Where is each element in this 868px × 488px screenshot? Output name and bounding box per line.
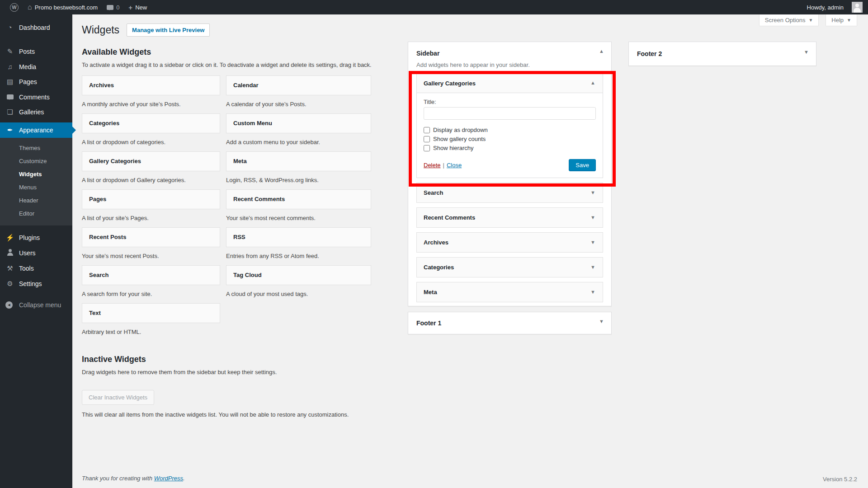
sidebar-item-tools[interactable]: ⚒ Tools [0, 261, 72, 276]
expand-widget-icon[interactable]: ▼ [590, 190, 595, 195]
submenu-item-header[interactable]: Header [0, 194, 72, 207]
site-name-label: Promo bestwebsoft.com [35, 4, 98, 11]
sidebar-item-media[interactable]: ♫ Media [0, 59, 72, 74]
new-content-menu[interactable]: + New [124, 0, 151, 14]
submenu-item-editor[interactable]: Editor [0, 207, 72, 220]
submenu-item-customize[interactable]: Customize [0, 155, 72, 168]
expand-widget-icon[interactable]: ▼ [590, 289, 595, 295]
submenu-item-menus[interactable]: Menus [0, 181, 72, 194]
comments-count: 0 [116, 4, 119, 11]
screen-options-button[interactable]: Screen Options ▼ [759, 14, 819, 26]
widget-card-calendar[interactable]: Calendar [226, 75, 371, 95]
expand-widget-icon[interactable]: ▼ [590, 239, 595, 245]
sidebar-panel-description: Add widgets here to appear in your sideb… [416, 61, 603, 69]
submenu-item-widgets[interactable]: Widgets [0, 168, 72, 181]
submenu-item-themes[interactable]: Themes [0, 141, 72, 155]
sidebar-widget-archives[interactable]: Archives ▼ [416, 232, 603, 253]
sidebar-widget-search[interactable]: Search ▼ [416, 183, 603, 203]
save-button[interactable]: Save [569, 159, 596, 171]
widget-card-tag-cloud[interactable]: Tag Cloud [226, 265, 371, 285]
sidebar-widget-recent-comments[interactable]: Recent Comments ▼ [416, 207, 603, 228]
sidebar-item-comments[interactable]: Comments [0, 89, 72, 104]
sidebar-item-galleries[interactable]: ❏ Galleries [0, 104, 72, 120]
sidebar-item-plugins[interactable]: ⚡ Plugins [0, 230, 72, 245]
display-as-dropdown-row[interactable]: Display as dropdown [424, 126, 596, 135]
widget-card-recent-comments[interactable]: Recent Comments [226, 189, 371, 209]
expand-widget-icon[interactable]: ▼ [590, 215, 595, 220]
footer2-panel-title: Footer 2 [637, 50, 662, 57]
help-button[interactable]: Help ▼ [826, 14, 857, 26]
sidebar-item-pages[interactable]: ▤ Pages [0, 74, 72, 89]
sidebar-item-appearance[interactable]: ✒ Appearance [0, 122, 72, 138]
plus-icon: + [128, 4, 132, 11]
inactive-widgets-title: Inactive Widgets [82, 355, 378, 364]
wordpress-logo-menu[interactable]: W [5, 0, 23, 14]
plug-icon: ⚡ [5, 234, 14, 242]
footer-thanks: Thank you for creating with WordPress. [82, 475, 185, 482]
display-as-dropdown-checkbox[interactable] [424, 127, 430, 133]
pin-icon: ✎ [5, 47, 14, 56]
expand-panel-icon[interactable]: ▼ [599, 319, 604, 324]
widget-card-archives[interactable]: Archives [82, 75, 220, 95]
howdy-account-menu[interactable]: Howdy, admin [802, 0, 848, 14]
widget-card-search[interactable]: Search [82, 265, 220, 285]
admin-side-menu: ◔ Dashboard ✎ Posts ♫ Media ▤ Pages Comm… [0, 14, 72, 488]
manage-live-preview-button[interactable]: Manage with Live Preview [127, 23, 210, 37]
inactive-widgets-description: Drag widgets here to remove them from th… [82, 368, 378, 377]
wordpress-link[interactable]: WordPress [154, 475, 183, 482]
dashboard-icon: ◔ [5, 23, 14, 31]
widget-card-categories[interactable]: Categories [82, 113, 220, 133]
chevron-down-icon: ▼ [808, 18, 813, 23]
comments-shortcut[interactable]: 0 [102, 0, 124, 14]
comments-icon [5, 93, 14, 101]
new-label: New [135, 4, 147, 11]
settings-icon: ⚙ [5, 280, 14, 288]
site-name-link[interactable]: ⌂ Promo bestwebsoft.com [23, 0, 102, 14]
gallery-categories-widget-header[interactable]: Gallery Categories ▲ [417, 74, 603, 93]
show-hierarchy-row[interactable]: Show hierarchy [424, 144, 596, 153]
show-hierarchy-checkbox[interactable] [424, 145, 430, 151]
expand-widget-icon[interactable]: ▼ [590, 264, 595, 270]
sidebar-widget-meta[interactable]: Meta ▼ [416, 282, 603, 302]
title-field-label: Title: [424, 99, 596, 105]
footer1-panel-title: Footer 1 [416, 319, 441, 327]
galleries-icon: ❏ [5, 108, 14, 116]
media-icon: ♫ [5, 63, 14, 70]
admin-bar: W ⌂ Promo bestwebsoft.com 0 + New Howdy,… [0, 0, 868, 14]
user-icon [5, 249, 14, 257]
appearance-submenu: Themes Customize Widgets Menus Header Ed… [0, 138, 72, 225]
clear-inactive-widgets-button[interactable]: Clear Inactive Widgets [82, 390, 154, 405]
sidebar-item-users[interactable]: Users [0, 245, 72, 261]
comment-bubble-icon [107, 5, 113, 10]
available-widgets-grid: ArchivesA monthly archive of your site’s… [82, 75, 378, 341]
widget-card-rss[interactable]: RSS [226, 227, 371, 247]
widget-title-input[interactable] [424, 107, 596, 120]
widget-card-custom-menu[interactable]: Custom Menu [226, 113, 371, 133]
widget-card-gallery-categories[interactable]: Gallery Categories [82, 151, 220, 171]
widget-card-recent-posts[interactable]: Recent Posts [82, 227, 220, 247]
sidebar-item-settings[interactable]: ⚙ Settings [0, 276, 72, 291]
footer1-widget-area-panel: Footer 1 ▼ [408, 312, 612, 334]
wordpress-logo-icon: W [10, 3, 19, 12]
available-widgets-title: Available Widgets [82, 47, 378, 57]
wrench-icon: ⚒ [5, 264, 14, 272]
sidebar-item-posts[interactable]: ✎ Posts [0, 44, 72, 59]
collapse-menu-button[interactable]: ◀ Collapse menu [0, 298, 72, 312]
sidebar-widget-categories[interactable]: Categories ▼ [416, 257, 603, 277]
footer-version: Version 5.2.2 [823, 476, 857, 483]
delete-widget-link[interactable]: Delete [424, 162, 441, 169]
user-avatar[interactable] [852, 2, 863, 13]
inactive-widgets-note: This will clear all items from the inact… [82, 410, 378, 419]
close-widget-link[interactable]: Close [447, 162, 462, 169]
widget-card-pages[interactable]: Pages [82, 189, 220, 209]
widget-card-text[interactable]: Text [82, 303, 220, 323]
sidebar-item-dashboard[interactable]: ◔ Dashboard [0, 20, 72, 35]
show-gallery-counts-checkbox[interactable] [424, 136, 430, 142]
widget-card-meta[interactable]: Meta [226, 151, 371, 171]
show-gallery-counts-row[interactable]: Show gallery counts [424, 135, 596, 144]
gallery-categories-widget-open: Gallery Categories ▲ Title: Display as d… [416, 74, 603, 178]
sidebar-panel-title: Sidebar [416, 50, 439, 57]
collapse-panel-icon[interactable]: ▲ [599, 48, 604, 54]
collapse-widget-icon[interactable]: ▲ [590, 80, 595, 85]
expand-panel-icon[interactable]: ▼ [804, 49, 809, 55]
